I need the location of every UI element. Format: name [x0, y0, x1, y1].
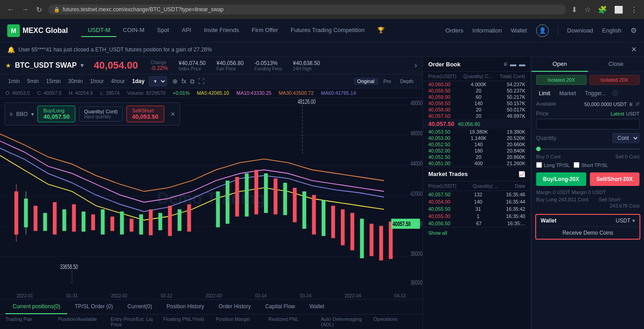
tp-tab-close[interactable]: Close — [588, 57, 644, 72]
nav-wallet[interactable]: Wallet — [511, 27, 527, 34]
tab-current[interactable]: Current(0) — [120, 300, 159, 314]
order-type-trigger[interactable]: Trigger... — [582, 89, 609, 97]
price-input-field[interactable] — [536, 119, 639, 130]
qty-dropdown[interactable]: Cont — [612, 133, 639, 143]
sell-short-cont-label: Sell Short — [599, 197, 621, 202]
ob-bid-5[interactable]: 40,051.00 400 21.260K — [423, 160, 531, 167]
long-tpsl-check[interactable]: Long TP/SL — [536, 162, 570, 168]
avail-transfer-icon[interactable]: ⇄ — [635, 101, 639, 107]
crosshair-icon[interactable]: ⊕ — [172, 78, 178, 85]
margin-btn-short[interactable]: Isolated.20X — [589, 75, 640, 85]
order-type-info-icon[interactable]: ⓘ — [612, 90, 618, 97]
nav-tab-spot[interactable]: Spot — [151, 24, 176, 37]
template-icon[interactable]: ⧉ — [190, 78, 195, 85]
favorite-icon[interactable]: ★ — [5, 62, 11, 69]
tab-wallet[interactable]: Wallet — [302, 300, 332, 314]
price-nav-arrow[interactable]: › — [415, 61, 417, 70]
star-icon[interactable]: ☆ — [583, 4, 593, 16]
ob-ask-3[interactable]: 40,058.50 140 50.157K — [423, 100, 531, 107]
nav-download[interactable]: Download — [567, 27, 593, 34]
tf-1min[interactable]: 1min — [5, 77, 23, 85]
mt-row-1[interactable]: 40,054.00 140 16:35:44 — [423, 198, 531, 205]
spread-sub: 40,056.80 — [458, 121, 480, 127]
ob-bid-3[interactable]: 40,052.00 180 20.840K — [423, 148, 531, 154]
nav-tab-competition[interactable]: Futures Trading Competition — [284, 24, 371, 37]
nav-language[interactable]: English — [602, 27, 621, 34]
ob-ask-2[interactable]: 40,059.00 60 50.217K — [423, 94, 531, 100]
nav-tab-invite[interactable]: Invite Friends — [198, 24, 246, 37]
pair-selector[interactable]: BTC_USDT SWAP ▼ — [15, 61, 85, 70]
ob-ask-1[interactable]: 40,059.50 20 50.237K — [423, 88, 531, 94]
sell-short-button[interactable]: Sell/Short·20X — [590, 172, 640, 186]
order-type-limit[interactable]: Limit — [536, 89, 553, 97]
refresh-button[interactable]: ↻ — [33, 4, 45, 16]
receive-demo-coins-button[interactable]: Receive Demo Coins — [536, 227, 639, 239]
download-icon[interactable]: ⬇ — [570, 4, 579, 16]
extensions-icon[interactable]: 🧩 — [596, 4, 609, 16]
tab-current-positions[interactable]: Current positions(0) — [5, 300, 67, 314]
tf-15min[interactable]: 15min — [43, 77, 64, 85]
ob-bid-4[interactable]: 40,051.50 20 20.860K — [423, 154, 531, 160]
ob-ask-0[interactable]: 40,060.00 4.000K 54.237K — [423, 81, 531, 88]
avail-calc-icon[interactable]: 🖩 — [629, 102, 634, 107]
tf-5min[interactable]: 5min — [24, 77, 42, 85]
ob-ask-5[interactable]: 40,057.50 20 49.997K — [423, 113, 531, 119]
tab-tpsl-order[interactable]: TP/SL Order (0) — [67, 300, 120, 314]
tab-capital-flow[interactable]: Capital Flow — [258, 300, 302, 314]
tab-position-history[interactable]: Position History — [159, 300, 211, 314]
mt-row-0[interactable]: 40,057.50 132 16:35:46 — [423, 191, 531, 198]
fullscreen-icon[interactable]: ⬜ — [612, 4, 625, 16]
user-icon[interactable]: 👤 — [536, 24, 549, 37]
ob-icon-sell[interactable]: ▬ — [510, 60, 516, 68]
ob-bid-2[interactable]: 40,052.50 140 20.660K — [423, 141, 531, 148]
tp-tab-open[interactable]: Open — [532, 57, 588, 72]
view-pro[interactable]: Pro — [380, 78, 395, 85]
ob-bid-0[interactable]: 40,053.50 19.380K 19.380K — [423, 129, 531, 135]
close-bbo-button[interactable]: ✕ — [171, 111, 175, 117]
nav-tab-api[interactable]: API — [176, 24, 198, 37]
order-type-market[interactable]: Market — [556, 89, 579, 97]
mt-row-3[interactable]: 40,055.00 1 16:35:40 — [423, 213, 531, 220]
chart-canvas[interactable]: ≡ BBO ▾ Buy/Long 40,057.50 Quantity( Con… — [0, 98, 422, 299]
tf-1day[interactable]: 1day — [130, 77, 147, 85]
indicator-icon[interactable]: fx — [181, 78, 186, 85]
nav-tab-coin-m[interactable]: COIN-M — [116, 24, 151, 37]
tf-1hour[interactable]: 1hour — [87, 77, 107, 85]
settings-icon[interactable]: ⚙ — [630, 26, 637, 35]
address-bar[interactable]: 🔒 futures.testnet.mexc.com/exchange/BTC_… — [48, 5, 566, 14]
short-tpsl-check[interactable]: Short TP/SL — [574, 162, 608, 168]
mt-row-4[interactable]: 40,056.50 67 16:35:... — [423, 220, 531, 227]
ob-ask-4[interactable]: 40,058.00 20 50.017K — [423, 107, 531, 113]
nav-information[interactable]: Information — [473, 27, 502, 34]
short-tpsl-checkbox[interactable] — [574, 162, 579, 168]
buy-long-button[interactable]: Buy/Long·20X — [536, 172, 586, 186]
menu-icon[interactable]: ⋮ — [629, 4, 639, 16]
ob-icon-buy[interactable]: ▬ — [519, 60, 525, 68]
mt-row-2[interactable]: 40,055.50 31 16:35:42 — [423, 205, 531, 213]
nav-orders[interactable]: Orders — [445, 27, 463, 34]
mt-chart-icon[interactable]: 📈 — [519, 171, 525, 177]
margin-btn-long[interactable]: Isolated.20X — [536, 75, 587, 85]
bbo-dropdown-icon[interactable]: ▾ — [31, 111, 34, 117]
view-original[interactable]: Original — [354, 78, 378, 85]
nav-tab-firm[interactable]: Firm Offer — [246, 24, 284, 37]
show-all-button[interactable]: Show all — [423, 227, 531, 238]
nav-tab-usdt-m[interactable]: USDT-M — [81, 24, 116, 37]
alert-close-button[interactable]: ✕ — [631, 45, 637, 54]
tf-4hour[interactable]: 4hour — [108, 77, 128, 85]
dot-slider[interactable] — [536, 147, 639, 151]
view-depth[interactable]: Depth — [397, 78, 417, 85]
tf-30min[interactable]: 30min — [65, 77, 86, 85]
long-tpsl-checkbox[interactable] — [536, 162, 542, 168]
bbo-menu-icon[interactable]: ≡ — [9, 111, 13, 117]
forward-button[interactable]: → — [19, 4, 32, 16]
timeframe-dropdown[interactable]: ▾ — [149, 76, 167, 86]
nav-tab-trophy[interactable]: 🏆 — [371, 24, 391, 37]
back-button[interactable]: ← — [5, 4, 17, 16]
logo[interactable]: M MEXC Global — [7, 24, 68, 37]
wallet-currency-selector[interactable]: USDT ▾ — [616, 218, 635, 224]
tab-order-history[interactable]: Order History — [211, 300, 258, 314]
fullscreen-chart-icon[interactable]: ⛶ — [198, 78, 204, 85]
ob-bid-1[interactable]: 40,053.00 1.140K 20.520K — [423, 135, 531, 141]
ob-icon-list[interactable]: ≡ — [504, 60, 507, 68]
